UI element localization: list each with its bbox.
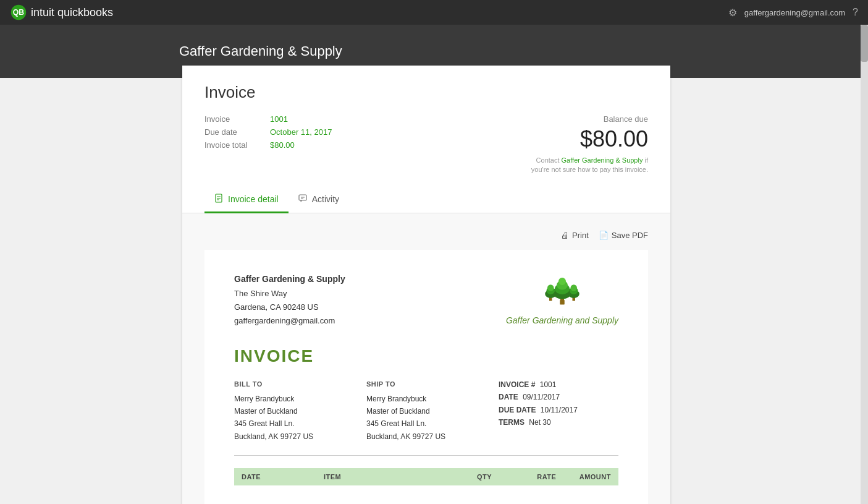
svg-point-16	[558, 278, 566, 285]
doc-details-grid: BILL TO Merry Brandybuck Master of Buckl…	[234, 378, 618, 443]
invoice-body: 🖨 Print 📄 Save PDF Gaffer Gardening & Su…	[182, 213, 670, 504]
col-header-date: DATE	[242, 473, 324, 481]
invoice-number-value: 1001	[270, 114, 288, 124]
doc-logo-company-name: Gaffer Gardening and Supply	[506, 315, 618, 325]
balance-due-label: Balance due	[525, 114, 648, 124]
app-name-label: intuit quickbooks	[31, 6, 113, 19]
terms-meta-label: TERMS	[499, 418, 525, 427]
balance-due-section: Balance due $80.00 Contact Gaffer Garden…	[525, 114, 648, 175]
terms-meta: TERMS Net 30	[499, 416, 618, 429]
invoice-total-label: Invoice total	[204, 140, 260, 150]
ship-to-label: SHIP TO	[366, 378, 486, 390]
invoice-number-label: Invoice	[204, 114, 260, 124]
invoice-header: Invoice Invoice 1001 Due date October 11…	[182, 66, 670, 175]
scrollbar-thumb[interactable]	[861, 25, 868, 62]
bill-to-name: Merry Brandybuck	[234, 393, 354, 405]
print-icon: 🖨	[561, 231, 569, 240]
invoice-number-field: Invoice 1001	[204, 114, 332, 124]
top-navigation: QB intuit quickbooks ⚙ gaffergardening@g…	[0, 0, 868, 25]
invoice-detail-tab-label: Invoice detail	[228, 194, 279, 204]
svg-point-19	[547, 284, 554, 291]
ship-to-line1: Master of Buckland	[366, 405, 486, 417]
invoice-meta-row: Invoice 1001 Due date October 11, 2017 I…	[204, 114, 648, 175]
invoice-number-meta: INVOICE # 1001	[499, 378, 618, 391]
svg-text:QB: QB	[13, 8, 25, 17]
main-content: Invoice Invoice 1001 Due date October 11…	[0, 78, 868, 504]
print-label: Print	[572, 231, 589, 240]
col-header-item: ITEM	[324, 473, 460, 481]
invoice-number-meta-value: 1001	[540, 380, 557, 389]
doc-invoice-heading: INVOICE	[234, 346, 618, 366]
help-icon[interactable]: ?	[853, 7, 858, 18]
invoice-number-meta-label: INVOICE #	[499, 380, 535, 389]
invoice-detail-tab-icon	[214, 194, 224, 205]
doc-company-address-line1: The Shire Way	[234, 287, 345, 301]
print-button[interactable]: 🖨 Print	[561, 231, 589, 240]
invoice-total-value: $80.00	[270, 140, 295, 150]
tab-activity[interactable]: Activity	[289, 187, 349, 213]
chat-icon	[298, 194, 308, 203]
doc-logo-section: Gaffer Gardening and Supply	[506, 272, 618, 325]
date-meta: DATE 09/11/2017	[499, 391, 618, 403]
app-logo: QB intuit quickbooks	[10, 4, 113, 21]
nav-right-section: ⚙ gaffergardening@gmail.com ?	[728, 7, 858, 19]
invoice-card-title: Invoice	[204, 83, 648, 102]
bill-to-group: BILL TO Merry Brandybuck Master of Buckl…	[234, 378, 354, 443]
document-toolbar: 🖨 Print 📄 Save PDF	[204, 226, 648, 250]
doc-company-email: gaffergardening@gmail.com	[234, 314, 345, 328]
document-icon	[214, 194, 224, 203]
company-link[interactable]: Gaffer Gardening & Supply	[562, 156, 643, 164]
quickbooks-logo-icon: QB	[10, 4, 27, 21]
svg-point-22	[570, 284, 577, 291]
bill-to-line3: Buckland, AK 99727 US	[234, 430, 354, 443]
due-date-value: October 11, 2017	[270, 127, 332, 137]
invoice-meta-group: INVOICE # 1001 DATE 09/11/2017 DUE DATE …	[499, 378, 618, 443]
invoice-fields: Invoice 1001 Due date October 11, 2017 I…	[204, 114, 332, 150]
activity-tab-label: Activity	[312, 194, 339, 204]
doc-company-header: Gaffer Gardening & Supply The Shire Way …	[234, 272, 618, 328]
due-date-meta-label: DUE DATE	[499, 406, 536, 414]
tabs-section: Invoice detail Activity	[182, 175, 670, 213]
tab-invoice-detail[interactable]: Invoice detail	[204, 187, 289, 213]
col-header-rate: RATE	[508, 473, 557, 481]
pdf-icon: 📄	[599, 231, 609, 240]
doc-company-name: Gaffer Gardening & Supply	[234, 272, 345, 287]
doc-company-info: Gaffer Gardening & Supply The Shire Way …	[234, 272, 345, 328]
bill-to-label: BILL TO	[234, 378, 354, 390]
doc-company-address-line2: Gardena, CA 90248 US	[234, 301, 345, 314]
due-date-label: Due date	[204, 127, 260, 137]
col-header-qty: QTY	[460, 473, 508, 481]
user-email: gaffergardening@gmail.com	[744, 8, 845, 17]
invoice-total-field: Invoice total $80.00	[204, 140, 332, 150]
terms-meta-value: Net 30	[529, 418, 550, 427]
page-title: Gaffer Gardening & Supply	[179, 43, 868, 59]
due-date-meta-value: 10/11/2017	[541, 406, 578, 414]
doc-divider	[234, 455, 618, 456]
company-logo	[537, 272, 587, 309]
due-date-field: Due date October 11, 2017	[204, 127, 332, 137]
bill-to-line1: Master of Buckland	[234, 405, 354, 417]
save-pdf-label: Save PDF	[612, 231, 648, 240]
date-meta-label: DATE	[499, 393, 518, 401]
bill-to-line2: 345 Great Hall Ln.	[234, 417, 354, 430]
ship-to-line2: 345 Great Hall Ln.	[366, 417, 486, 430]
scrollbar[interactable]	[861, 25, 868, 504]
col-header-amount: AMOUNT	[556, 473, 611, 481]
due-date-meta: DUE DATE 10/11/2017	[499, 404, 618, 416]
balance-due-amount: $80.00	[525, 126, 648, 152]
ship-to-group: SHIP TO Merry Brandybuck Master of Buckl…	[366, 378, 486, 443]
save-pdf-button[interactable]: 📄 Save PDF	[599, 231, 648, 240]
balance-due-note: Contact Gaffer Gardening & Supply if you…	[525, 156, 648, 175]
date-meta-value: 09/11/2017	[523, 393, 560, 401]
invoice-card: Invoice Invoice 1001 Due date October 11…	[182, 66, 670, 504]
ship-to-name: Merry Brandybuck	[366, 393, 486, 405]
settings-icon[interactable]: ⚙	[728, 7, 737, 19]
activity-tab-icon	[298, 194, 308, 205]
doc-table-header: DATE ITEM QTY RATE AMOUNT	[234, 468, 618, 485]
document-area: Gaffer Gardening & Supply The Shire Way …	[204, 250, 648, 504]
ship-to-line3: Buckland, AK 99727 US	[366, 430, 486, 443]
